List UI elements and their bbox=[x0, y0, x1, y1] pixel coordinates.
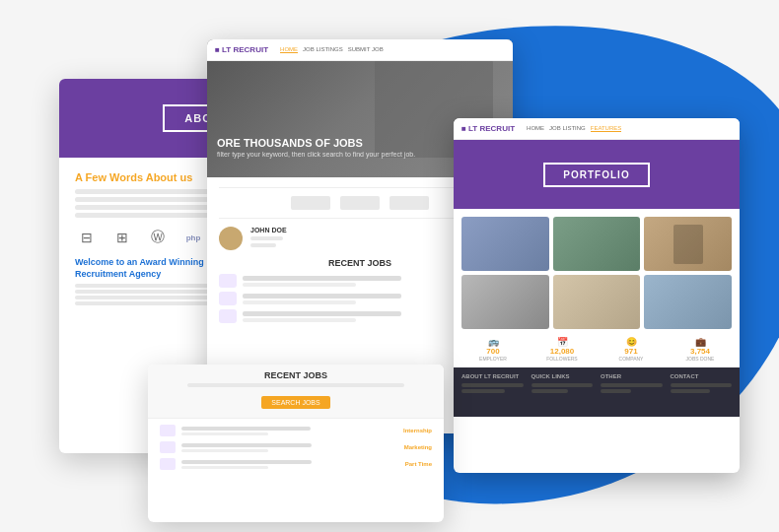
job-icon bbox=[219, 292, 237, 305]
footer-line bbox=[461, 389, 505, 393]
reviewer-content: JOHN DOE bbox=[250, 227, 287, 250]
partner-3 bbox=[390, 196, 429, 210]
footer-line bbox=[461, 383, 524, 387]
bj-content bbox=[181, 460, 399, 469]
job-info bbox=[243, 311, 470, 322]
p-company-num: 971 bbox=[600, 347, 663, 356]
job-info bbox=[243, 294, 470, 304]
screenshot-bottom: RECENT JOBS SEARCH JOBS Internship bbox=[148, 365, 444, 522]
job-meta-line bbox=[243, 283, 356, 287]
footer-quick-links: QUICK LINKS bbox=[531, 373, 594, 411]
bj-icon bbox=[160, 441, 176, 453]
portfolio-footer: ABOUT LT RECRUIT QUICK LINKS OTHER CONTA… bbox=[454, 367, 740, 417]
portfolio-thumb-3 bbox=[644, 217, 732, 271]
footer-contact: CONTACT bbox=[671, 373, 733, 411]
footer-contact-title: CONTACT bbox=[671, 373, 733, 379]
job-title-line bbox=[243, 294, 401, 299]
job-icon bbox=[219, 274, 237, 288]
partner-1 bbox=[291, 196, 330, 210]
bottom-jobs-list: Internship Marketing Part Time bbox=[148, 419, 444, 476]
footer-line bbox=[601, 389, 631, 393]
portfolio-thumb-2 bbox=[553, 217, 641, 271]
bj-sub bbox=[181, 432, 268, 435]
review-line bbox=[250, 236, 283, 240]
portfolio-thumb-5 bbox=[553, 275, 641, 329]
wordpress-icon: Ⓦ bbox=[146, 228, 170, 247]
thumb-overlay bbox=[644, 217, 732, 271]
bottom-job-item: Marketing bbox=[160, 441, 432, 453]
job-meta-line bbox=[243, 318, 356, 322]
footer-other: OTHER bbox=[601, 373, 663, 411]
hero-subtitle: filter type your keyword, then click sea… bbox=[217, 151, 415, 158]
footer-line bbox=[671, 389, 711, 393]
job-title-line bbox=[243, 276, 401, 281]
portfolio-nav-logo: ■ LT RECRUIT bbox=[461, 124, 515, 133]
nav-links: HOME JOB LISTINGS SUBMIT JOB bbox=[280, 46, 384, 53]
nav-submit: SUBMIT JOB bbox=[348, 46, 384, 53]
portfolio-grid bbox=[454, 209, 740, 337]
reviewer-name: JOHN DOE bbox=[250, 227, 287, 233]
portfolio-nav: ■ LT RECRUIT HOME JOB LISTING FEATURES bbox=[454, 118, 740, 140]
p-followers-icon: 📅 bbox=[531, 337, 594, 347]
search-jobs-button[interactable]: SEARCH JOBS bbox=[261, 396, 329, 409]
bottom-header: RECENT JOBS SEARCH JOBS bbox=[148, 365, 444, 419]
p-followers-label: FOLLOWERS bbox=[531, 356, 594, 362]
p-stat-jobs: 💼 3,754 JOBS DONE bbox=[669, 337, 732, 362]
p-company-label: COMPANY bbox=[600, 356, 663, 362]
reviewer-avatar bbox=[219, 227, 243, 250]
bj-icon bbox=[160, 458, 176, 470]
job-info bbox=[243, 276, 470, 287]
bj-sub bbox=[181, 466, 268, 469]
bottom-job-item: Internship bbox=[160, 425, 432, 436]
bj-title bbox=[181, 427, 311, 431]
p-company-icon: 😊 bbox=[600, 337, 663, 347]
bj-title bbox=[181, 460, 312, 464]
p-stat-employer: 🚌 700 EMPLOYER bbox=[461, 337, 525, 362]
center-nav: ■ LT RECRUIT HOME JOB LISTINGS SUBMIT JO… bbox=[207, 39, 513, 61]
bj-content bbox=[181, 427, 397, 435]
job-title-line bbox=[243, 311, 401, 316]
p-stat-company: 😊 971 COMPANY bbox=[600, 337, 663, 362]
footer-line bbox=[601, 383, 663, 387]
portfolio-thumb-1 bbox=[461, 217, 549, 271]
bj-salary: Part Time bbox=[405, 461, 432, 467]
portfolio-title: PORTFOLIO bbox=[543, 163, 649, 187]
p-employer-label: EMPLOYER bbox=[461, 356, 525, 362]
bottom-desc-line bbox=[187, 383, 405, 387]
hero-title: ORE THOUSANDS OF JOBS bbox=[217, 137, 415, 149]
review-line bbox=[250, 243, 276, 247]
bj-salary: Marketing bbox=[404, 444, 432, 450]
bj-content bbox=[181, 443, 398, 452]
partner-2 bbox=[340, 196, 380, 210]
p-jobs-label: JOBS DONE bbox=[669, 356, 732, 362]
footer-about: ABOUT LT RECRUIT bbox=[461, 373, 524, 411]
portfolio-thumb-4 bbox=[461, 275, 549, 329]
bottom-job-item: Part Time bbox=[160, 458, 432, 470]
p-employer-icon: 🚌 bbox=[461, 337, 525, 347]
p-stat-followers: 📅 12,080 FOLLOWERS bbox=[531, 337, 594, 362]
p-nav-home: HOME bbox=[527, 125, 544, 132]
footer-other-title: OTHER bbox=[601, 373, 663, 379]
screenshots-container: ABOUT US A Few Words About us ⊟ ⊞ Ⓦ php … bbox=[0, 0, 779, 532]
bj-salary: Internship bbox=[403, 428, 432, 433]
shield-icon: ⊞ bbox=[110, 228, 134, 247]
nav-home: HOME bbox=[280, 46, 298, 53]
footer-line bbox=[531, 389, 569, 393]
p-nav-jobs: JOB LISTING bbox=[549, 125, 586, 132]
job-icon bbox=[219, 309, 237, 323]
p-nav-features: FEATURES bbox=[591, 125, 622, 132]
footer-about-title: ABOUT LT RECRUIT bbox=[461, 373, 524, 379]
person-silhouette bbox=[673, 225, 703, 264]
screenshot-portfolio: ■ LT RECRUIT HOME JOB LISTING FEATURES P… bbox=[454, 118, 740, 473]
p-jobs-num: 3,754 bbox=[669, 347, 732, 356]
footer-links-title: QUICK LINKS bbox=[531, 373, 594, 379]
portfolio-nav-links: HOME JOB LISTING FEATURES bbox=[527, 125, 621, 132]
nav-jobs: JOB LISTINGS bbox=[303, 46, 343, 53]
portfolio-hero: PORTFOLIO bbox=[454, 140, 740, 209]
portfolio-stats: 🚌 700 EMPLOYER 📅 12,080 FOLLOWERS 😊 971 … bbox=[454, 337, 740, 367]
portfolio-thumb-6 bbox=[644, 275, 732, 329]
footer-line bbox=[671, 383, 733, 387]
p-jobs-icon: 💼 bbox=[669, 337, 732, 347]
bj-title bbox=[181, 443, 312, 447]
nav-logo: ■ LT RECRUIT bbox=[215, 45, 268, 54]
